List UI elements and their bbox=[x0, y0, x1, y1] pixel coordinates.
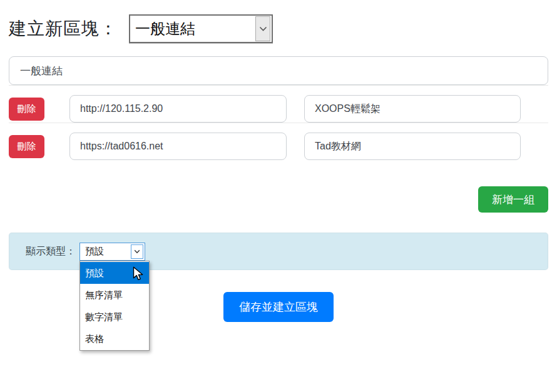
display-type-select-wrap: 預設 預設 無序清單 數字清單 表格 bbox=[79, 243, 145, 261]
link-row: 刪除 bbox=[9, 95, 548, 123]
block-type-select-value: 一般連結 bbox=[135, 19, 255, 39]
page-container: 建立新區塊： 一般連結 刪除 刪除 新增一組 顯示類型： 預設 bbox=[0, 13, 557, 322]
dropdown-option-table[interactable]: 表格 bbox=[80, 328, 149, 349]
display-type-select[interactable]: 預設 bbox=[79, 243, 145, 261]
dropdown-option-default[interactable]: 預設 bbox=[80, 262, 149, 284]
display-type-dropdown: 預設 無序清單 數字清單 表格 bbox=[79, 261, 150, 351]
site-name-input[interactable] bbox=[304, 95, 521, 123]
display-type-label: 顯示類型： bbox=[26, 245, 76, 258]
url-input[interactable] bbox=[69, 133, 287, 160]
url-input[interactable] bbox=[69, 95, 287, 123]
chevron-down-icon bbox=[255, 16, 270, 41]
block-type-select[interactable]: 一般連結 bbox=[129, 14, 273, 43]
dropdown-option-numbered-list[interactable]: 數字清單 bbox=[80, 306, 149, 328]
add-group-button[interactable]: 新增一組 bbox=[478, 186, 548, 213]
block-title-input[interactable] bbox=[9, 56, 548, 85]
divider bbox=[9, 123, 548, 123]
chevron-down-icon bbox=[131, 244, 143, 259]
save-and-create-block-button[interactable]: 儲存並建立區塊 bbox=[223, 292, 334, 322]
link-row: 刪除 bbox=[9, 133, 548, 160]
delete-button[interactable]: 刪除 bbox=[9, 98, 44, 121]
display-type-select-value: 預設 bbox=[80, 246, 131, 258]
header: 建立新區塊： 一般連結 bbox=[9, 13, 548, 45]
site-name-input[interactable] bbox=[304, 133, 521, 160]
page-title: 建立新區塊： bbox=[9, 17, 118, 41]
add-group-row: 新增一組 bbox=[9, 186, 548, 213]
delete-button[interactable]: 刪除 bbox=[9, 135, 44, 158]
display-type-banner: 顯示類型： 預設 預設 無序清單 數字清單 表格 bbox=[9, 233, 548, 270]
divider bbox=[9, 85, 548, 86]
dropdown-option-unordered-list[interactable]: 無序清單 bbox=[80, 284, 149, 306]
